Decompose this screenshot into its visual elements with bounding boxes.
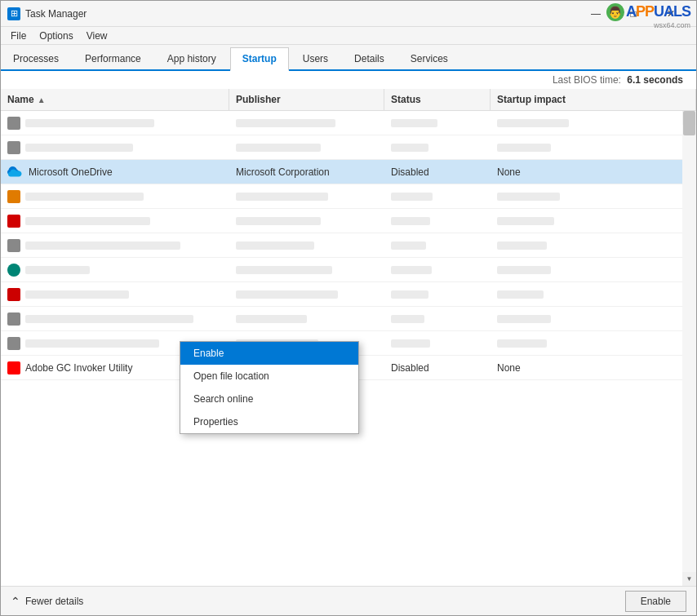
tab-app-history[interactable]: App history <box>155 47 229 69</box>
context-menu-open-file-location[interactable]: Open file location <box>180 365 358 388</box>
table-content: Microsoft OneDrive Microsoft Corporation… <box>1 111 696 586</box>
cell-status <box>384 184 491 208</box>
table-row[interactable] <box>1 282 682 307</box>
table-row[interactable] <box>1 233 682 258</box>
blur-status <box>391 144 428 152</box>
blur-pub <box>236 266 332 274</box>
cell-status <box>384 111 491 135</box>
blur-name <box>25 315 193 323</box>
cell-impact <box>491 209 682 233</box>
cell-adobe-impact: None <box>491 356 682 379</box>
tab-processes[interactable]: Processes <box>1 47 71 69</box>
context-menu-properties[interactable]: Properties <box>180 410 358 433</box>
cell-impact <box>491 258 682 281</box>
cell-name <box>1 209 229 233</box>
row-icon <box>7 264 20 277</box>
cell-impact <box>491 233 682 257</box>
table-row[interactable] <box>1 111 682 135</box>
fewer-details-label: Fewer details <box>25 596 83 607</box>
cell-status <box>384 258 491 281</box>
blur-pub <box>236 217 321 225</box>
enable-button[interactable]: Enable <box>625 591 686 612</box>
cell-impact <box>491 282 682 306</box>
menu-options[interactable]: Options <box>33 29 79 43</box>
blur-name <box>25 144 133 152</box>
bios-value: 6.1 seconds <box>627 74 683 86</box>
row-icon <box>7 312 20 326</box>
cell-impact <box>491 111 682 135</box>
blur-status <box>391 119 437 127</box>
blur-status <box>391 217 430 225</box>
cell-onedrive-name: Microsoft OneDrive <box>1 160 229 184</box>
blur-status <box>391 315 424 323</box>
table-row-onedrive[interactable]: Microsoft OneDrive Microsoft Corporation… <box>1 160 682 184</box>
cell-name <box>1 184 229 208</box>
blur-status <box>391 242 426 250</box>
table-row[interactable] <box>1 135 682 160</box>
watermark: 👨 APPUALS wsx64.com <box>606 3 690 30</box>
blur-status <box>391 193 433 201</box>
cell-onedrive-status: Disabled <box>384 160 491 184</box>
blur-status <box>391 290 428 299</box>
scrollbar-thumb[interactable] <box>683 111 695 135</box>
cell-name <box>1 135 229 159</box>
blur-impact <box>497 217 554 225</box>
tab-startup[interactable]: Startup <box>230 47 289 71</box>
blur-impact <box>497 290 544 299</box>
cell-publisher <box>229 258 384 281</box>
col-name-header[interactable]: Name ▲ <box>1 89 229 110</box>
table-row[interactable] <box>1 307 682 331</box>
cell-status <box>384 233 491 257</box>
adobe-icon <box>7 361 20 374</box>
menu-view[interactable]: View <box>80 29 114 43</box>
context-menu-enable[interactable]: Enable <box>180 342 358 365</box>
cell-impact <box>491 331 682 355</box>
cell-publisher <box>229 282 384 306</box>
onedrive-name-text: Microsoft OneDrive <box>29 166 113 178</box>
col-impact-header[interactable]: Startup impact <box>491 89 696 110</box>
scrollbar-down-button[interactable]: ▼ <box>682 572 696 586</box>
context-menu-search-online[interactable]: Search online <box>180 388 358 410</box>
tab-users[interactable]: Users <box>291 47 340 69</box>
blur-name <box>25 193 144 201</box>
table-row[interactable] <box>1 209 682 233</box>
table-row[interactable] <box>1 258 682 282</box>
tab-details[interactable]: Details <box>342 47 397 69</box>
cell-publisher <box>229 307 384 330</box>
col-publisher-header[interactable]: Publisher <box>229 89 384 110</box>
table-row[interactable] <box>1 184 682 209</box>
tab-services[interactable]: Services <box>398 47 460 69</box>
row-icon <box>7 117 20 130</box>
blur-impact <box>497 119 569 127</box>
cell-publisher <box>229 233 384 257</box>
bottom-bar: ⌃ Fewer details Enable <box>1 586 696 615</box>
blur-status <box>391 266 432 274</box>
row-icon <box>7 215 20 228</box>
blur-impact <box>497 193 560 201</box>
blur-impact <box>497 339 547 348</box>
col-status-header[interactable]: Status <box>384 89 491 110</box>
cell-status <box>384 135 491 159</box>
blur-name <box>25 339 159 348</box>
task-manager-window: ⊞ Task Manager — □ ✕ 👨 APPUALS wsx64.com… <box>0 0 697 616</box>
cell-onedrive-impact: None <box>491 160 682 184</box>
blur-impact <box>497 266 551 274</box>
cell-status <box>384 209 491 233</box>
blur-pub <box>236 119 335 127</box>
adobe-name-text: Adobe GC Invoker Utility <box>25 362 132 374</box>
blur-name <box>25 266 90 274</box>
fewer-details-icon: ⌃ <box>11 595 20 608</box>
fewer-details-button[interactable]: ⌃ Fewer details <box>11 595 83 608</box>
blur-status <box>391 339 430 348</box>
blur-impact <box>497 315 551 323</box>
blur-pub <box>236 290 338 299</box>
row-icon <box>7 141 20 154</box>
menu-file[interactable]: File <box>4 29 33 43</box>
tab-performance[interactable]: Performance <box>73 47 153 69</box>
window-title: Task Manager <box>25 8 577 20</box>
row-icon <box>7 239 20 252</box>
cell-name <box>1 233 229 257</box>
cell-publisher <box>229 111 384 135</box>
blur-pub <box>236 193 328 201</box>
cell-name <box>1 258 229 281</box>
